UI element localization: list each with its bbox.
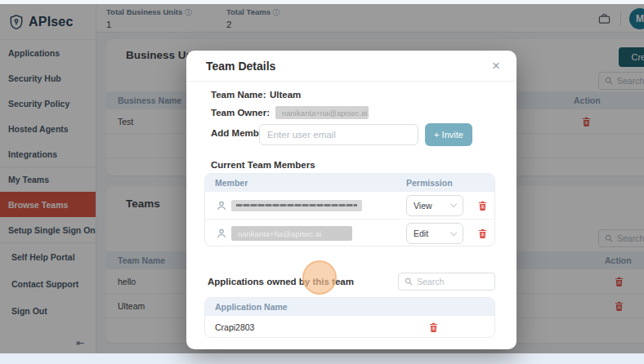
apps-section-header: Applications owned by this team [208, 273, 495, 291]
apps-search[interactable] [398, 273, 495, 291]
modal-header: Team Details × [186, 51, 517, 82]
team-owner-row: Team Owner: nanikanta+na@apisec.ai [211, 106, 369, 119]
bottom-margin-strip [0, 353, 644, 364]
app-window: APIsec Applications Security Hub Securit… [0, 0, 644, 364]
chevron-down-icon [450, 229, 457, 235]
apps-owned-title: Applications owned by this team [208, 277, 354, 286]
apps-table-header: Application Name [205, 298, 494, 316]
member-row: View [205, 192, 494, 220]
team-name-row: Team Name: Ulteam [211, 87, 301, 101]
add-member-email-input[interactable] [259, 124, 418, 145]
members-table: Member Permission View [204, 173, 495, 246]
person-icon [217, 201, 226, 211]
member-email-redacted: nankanta+ha@apisec.ai [231, 226, 352, 241]
remove-member-button[interactable] [476, 227, 489, 240]
modal-title: Team Details [206, 60, 275, 73]
members-table-header: Member Permission [205, 174, 494, 192]
team-name-value: Ulteam [270, 90, 301, 100]
member-row: nankanta+ha@apisec.ai Edit [205, 220, 494, 246]
team-owner-redacted: nanikanta+na@apisec.ai [275, 106, 369, 119]
person-icon [217, 229, 226, 238]
invite-button[interactable]: + Invite [425, 123, 472, 146]
current-team-members-title: Current Team Members [211, 160, 315, 170]
chevron-down-icon [450, 201, 457, 207]
app-row: Crapi2803 [205, 316, 494, 338]
remove-app-button[interactable] [427, 321, 440, 334]
apps-table: Application Name Crapi2803 [204, 297, 495, 338]
member-email-redacted [231, 200, 362, 211]
apps-search-input[interactable] [417, 277, 482, 286]
permission-select[interactable]: Edit [406, 223, 463, 244]
close-icon[interactable]: × [492, 59, 500, 73]
permission-select[interactable]: View [406, 195, 463, 216]
remove-member-button[interactable] [476, 199, 489, 212]
team-details-modal: Team Details × Team Name: Ulteam Team Ow… [186, 51, 517, 349]
search-icon [405, 277, 413, 286]
